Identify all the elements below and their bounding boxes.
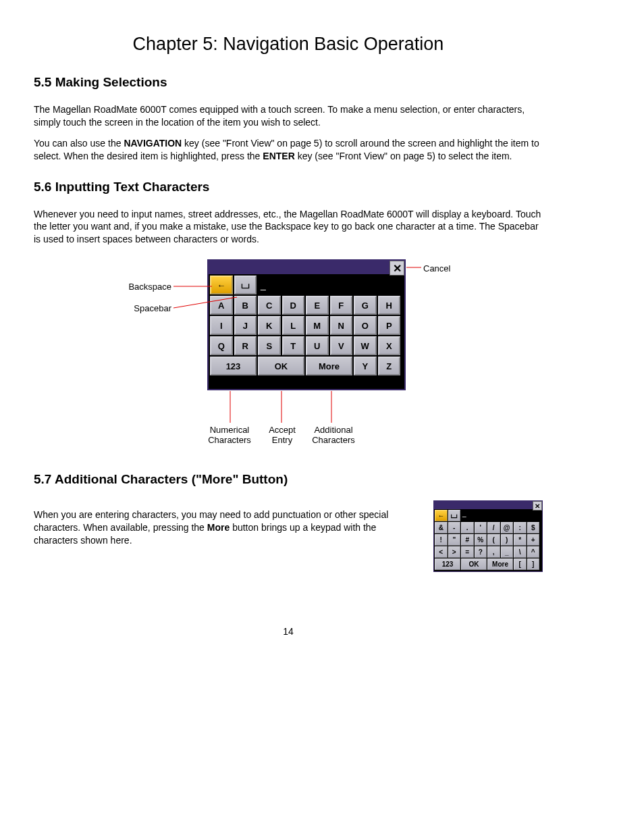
backspace-key-small[interactable]: ← <box>435 510 448 521</box>
key-o[interactable]: O <box>354 316 377 335</box>
accept-label: AcceptEntry <box>265 425 299 445</box>
numerical-label: NumericalCharacters <box>206 425 253 445</box>
spacebar-key-small[interactable]: ⌴ <box>448 510 461 521</box>
key-pct[interactable]: % <box>475 534 487 546</box>
key-star[interactable]: * <box>514 534 527 546</box>
key-t[interactable]: T <box>282 336 305 355</box>
key-apos[interactable]: ' <box>475 522 487 533</box>
key-p[interactable]: P <box>378 316 401 335</box>
additional-label: AdditionalCharacters <box>310 425 357 445</box>
key-colon[interactable]: : <box>514 522 527 533</box>
key-dash[interactable]: - <box>448 522 461 533</box>
key-s[interactable]: S <box>258 336 281 355</box>
key-u[interactable]: U <box>306 336 329 355</box>
text: key (see "Front View" on page 5) to sele… <box>295 151 512 161</box>
key-123-small[interactable]: 123 <box>435 558 460 570</box>
key-at[interactable]: @ <box>501 522 514 533</box>
more-keyboard: ✕ ← ⌴ _ & - . ' / @ : $ ! " # % <box>433 500 543 572</box>
navigation-key-bold: NAVIGATION <box>124 138 182 149</box>
key-more[interactable]: More <box>306 357 352 375</box>
cancel-button[interactable]: ✕ <box>390 261 404 276</box>
section-5-7-heading: 5.7 Additional Characters ("More" Button… <box>34 472 543 487</box>
sec56-para1: Whenever you need to input names, street… <box>34 208 543 246</box>
text: You can also use the <box>34 138 124 149</box>
key-r[interactable]: R <box>234 336 257 355</box>
key-gt[interactable]: > <box>448 546 461 558</box>
cancel-label: Cancel <box>423 263 450 273</box>
key-x[interactable]: X <box>378 336 401 355</box>
key-n[interactable]: N <box>330 316 353 335</box>
backspace-key[interactable]: ← <box>210 276 233 294</box>
key-q[interactable]: Q <box>210 336 233 355</box>
key-l[interactable]: L <box>282 316 305 335</box>
keyboard-figure: ✕ ← ⌴ _ A B C D E F G H I J K L <box>119 259 457 452</box>
key-eq[interactable]: = <box>461 546 474 558</box>
chapter-title: Chapter 5: Navigation Basic Operation <box>34 34 543 55</box>
key-quote[interactable]: " <box>448 534 461 546</box>
key-ok-small[interactable]: OK <box>461 558 487 570</box>
sec55-para1: The Magellan RoadMate 6000T comes equipp… <box>34 103 543 129</box>
key-z[interactable]: Z <box>378 357 401 375</box>
spacebar-key[interactable]: ⌴ <box>234 276 257 294</box>
key-rparen[interactable]: ) <box>501 534 514 546</box>
key-i[interactable]: I <box>210 316 233 335</box>
key-a[interactable]: A <box>210 296 233 315</box>
key-dot[interactable]: . <box>461 522 474 533</box>
key-under[interactable]: _ <box>501 546 514 558</box>
key-k[interactable]: K <box>258 316 281 335</box>
sec57-para1: When you are entering characters, you ma… <box>34 509 420 547</box>
cancel-button-small[interactable]: ✕ <box>533 501 542 511</box>
key-g[interactable]: G <box>354 296 377 315</box>
key-w[interactable]: W <box>354 336 377 355</box>
key-dollar[interactable]: $ <box>527 522 540 533</box>
key-f[interactable]: F <box>330 296 353 315</box>
key-m[interactable]: M <box>306 316 329 335</box>
key-caret[interactable]: ^ <box>527 546 540 558</box>
enter-key-bold: ENTER <box>263 151 294 161</box>
key-lt[interactable]: < <box>435 546 448 558</box>
keyboard-titlebar: ✕ <box>209 261 404 274</box>
key-lparen[interactable]: ( <box>487 534 500 546</box>
input-cursor-small: _ <box>461 510 541 521</box>
key-h[interactable]: H <box>378 296 401 315</box>
more-bold: More <box>207 522 230 533</box>
key-hash[interactable]: # <box>461 534 474 546</box>
section-5-5-heading: 5.5 Making Selections <box>34 75 543 90</box>
backspace-label: Backspace <box>128 282 171 292</box>
key-amp[interactable]: & <box>435 522 448 533</box>
key-bslash[interactable]: \ <box>514 546 527 558</box>
input-cursor: _ <box>258 276 403 294</box>
key-excl[interactable]: ! <box>435 534 448 546</box>
key-slash[interactable]: / <box>487 522 500 533</box>
key-c[interactable]: C <box>258 296 281 315</box>
onscreen-keyboard: ✕ ← ⌴ _ A B C D E F G H I J K L <box>207 259 406 390</box>
page-number: 14 <box>34 626 543 637</box>
section-5-6-heading: 5.6 Inputting Text Characters <box>34 180 543 194</box>
key-qmark[interactable]: ? <box>475 546 487 558</box>
key-b[interactable]: B <box>234 296 257 315</box>
key-123[interactable]: 123 <box>210 357 257 375</box>
key-d[interactable]: D <box>282 296 305 315</box>
key-y[interactable]: Y <box>354 357 377 375</box>
key-comma[interactable]: , <box>487 546 500 558</box>
key-plus[interactable]: + <box>527 534 540 546</box>
key-rbracket[interactable]: ] <box>527 558 540 570</box>
key-e[interactable]: E <box>306 296 329 315</box>
key-v[interactable]: V <box>330 336 353 355</box>
key-j[interactable]: J <box>234 316 257 335</box>
key-more-small[interactable]: More <box>487 558 513 570</box>
sec55-para2: You can also use the NAVIGATION key (see… <box>34 137 543 163</box>
key-lbracket[interactable]: [ <box>514 558 527 570</box>
key-ok[interactable]: OK <box>258 357 304 375</box>
spacebar-label: Spacebar <box>133 303 171 313</box>
